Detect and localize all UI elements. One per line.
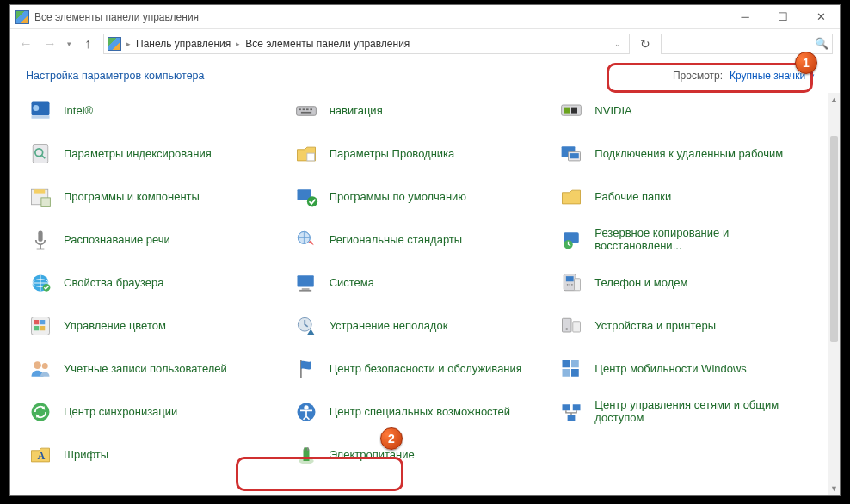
control-panel-icon [15, 10, 29, 24]
svg-point-53 [42, 363, 48, 369]
refresh-button[interactable]: ↻ [633, 32, 657, 56]
maximize-button[interactable]: ☐ [764, 5, 802, 29]
control-panel-item[interactable]: NVIDIA [551, 93, 817, 132]
control-panel-item[interactable]: Рабочие папки [551, 175, 817, 218]
item-label: Параметры индексирования [64, 148, 212, 161]
nav-history-button[interactable]: ▾ [62, 32, 76, 56]
chevron-right-icon[interactable]: ▸ [125, 40, 132, 48]
remote-icon [557, 139, 586, 169]
control-panel-item[interactable]: Центр мобильности Windows [551, 347, 817, 390]
control-panel-item[interactable]: A Шрифты [21, 433, 286, 476]
svg-rect-21 [41, 198, 51, 207]
control-panel-item[interactable]: Система [286, 261, 552, 304]
control-panel-item[interactable]: Центр управления сетями и общим доступом [551, 390, 817, 433]
browser-icon [26, 268, 55, 298]
control-panel-item[interactable]: Центр специальных возможностей [286, 390, 552, 433]
control-panel-item[interactable]: Телефон и модем [551, 261, 817, 304]
control-panel-item[interactable]: Управление цветом [21, 304, 286, 347]
svg-rect-64 [568, 415, 576, 421]
control-panel-item[interactable]: Подключения к удаленным рабочим [551, 132, 817, 175]
nvidia-icon [557, 96, 586, 126]
index-icon [26, 139, 55, 169]
control-panel-item[interactable]: Центр синхронизации [21, 390, 286, 433]
defaults-icon [292, 182, 321, 212]
svg-rect-62 [563, 404, 570, 410]
control-panel-item[interactable]: Intel® [21, 93, 286, 132]
item-label: Рабочие папки [594, 191, 671, 204]
breadcrumb-history-button[interactable]: ⌄ [608, 40, 627, 48]
region-icon [292, 225, 321, 255]
devices-icon [557, 311, 586, 341]
svg-rect-56 [571, 360, 579, 368]
view-mode-dropdown[interactable]: Крупные значки ▼ [730, 70, 816, 82]
item-label: Учетные записи пользователей [64, 363, 227, 376]
item-label: Устройства и принтеры [594, 320, 716, 333]
chevron-right-icon[interactable]: ▸ [234, 40, 242, 48]
breadcrumb-root[interactable]: Панель управления [132, 38, 234, 50]
item-label: Программы и компоненты [64, 191, 200, 204]
item-label: навигация [330, 105, 383, 118]
scroll-down-button[interactable]: ▼ [828, 482, 840, 495]
item-label: Устранение неполадок [330, 320, 448, 333]
control-panel-item[interactable]: Свойства браузера [21, 261, 286, 304]
item-label: Подключения к удаленным рабочим [594, 148, 783, 161]
vertical-scrollbar[interactable]: ▲ ▼ [828, 93, 840, 495]
item-label: Шрифты [64, 449, 108, 462]
control-panel-item[interactable]: Программы и компоненты [21, 175, 286, 218]
folder-opt-icon [292, 139, 321, 169]
control-panel-item[interactable]: Резервное копирование и восстановлени... [551, 218, 817, 261]
access-icon [292, 397, 321, 427]
keyboard-icon [292, 96, 321, 126]
work-folders-icon [557, 182, 586, 212]
item-label: Резервное копирование и восстановлени... [594, 227, 812, 253]
item-label: NVIDIA [594, 105, 631, 118]
minimize-button[interactable]: ─ [726, 5, 764, 29]
svg-rect-45 [40, 320, 45, 324]
svg-point-61 [304, 405, 308, 409]
search-icon[interactable]: 🔍 [815, 37, 828, 50]
svg-rect-55 [563, 360, 570, 368]
item-label: Центр специальных возможностей [330, 406, 510, 419]
control-panel-item[interactable]: Параметры индексирования [21, 132, 286, 175]
nav-forward-button[interactable]: → [38, 32, 62, 56]
scroll-up-button[interactable]: ▲ [828, 93, 840, 107]
breadcrumb[interactable]: ▸ Панель управления ▸ Все элементы панел… [103, 34, 630, 54]
svg-rect-63 [573, 404, 581, 410]
control-panel-item[interactable]: Распознавание речи [21, 218, 286, 261]
close-button[interactable]: ✕ [802, 5, 840, 29]
svg-rect-7 [310, 108, 312, 110]
search-input[interactable] [665, 38, 815, 50]
item-label: Центр управления сетями и общим доступом [594, 399, 812, 425]
svg-point-52 [34, 361, 41, 369]
svg-rect-57 [563, 369, 570, 377]
control-panel-item[interactable]: Параметры Проводника [286, 132, 552, 175]
titlebar: Все элементы панели управления ─ ☐ ✕ [10, 5, 840, 29]
control-panel-item[interactable]: Электропитание [286, 433, 552, 476]
control-panel-item[interactable]: Центр безопасности и обслуживания [286, 347, 552, 390]
phone-icon [557, 268, 586, 298]
items-grid: Intel® навигация NVIDIA Параметры индекс… [10, 93, 828, 487]
svg-text:A: A [38, 450, 46, 462]
control-panel-icon [108, 37, 121, 51]
item-label: Intel® [64, 105, 93, 118]
users-icon [26, 354, 55, 384]
control-panel-item[interactable]: Учетные записи пользователей [21, 347, 286, 390]
svg-point-39 [567, 284, 569, 286]
search-box[interactable]: 🔍 [661, 34, 833, 54]
nav-up-button[interactable]: ↑ [76, 32, 100, 56]
control-panel-item[interactable]: Устройства и принтеры [551, 304, 817, 347]
control-panel-item[interactable]: Устранение неполадок [286, 304, 552, 347]
control-panel-item[interactable]: навигация [286, 93, 552, 132]
item-label: Центр безопасности и обслуживания [330, 363, 522, 376]
breadcrumb-current[interactable]: Все элементы панели управления [242, 38, 413, 50]
scroll-thumb[interactable] [830, 136, 838, 342]
svg-rect-35 [301, 288, 309, 290]
control-panel-item[interactable]: Программы по умолчанию [286, 175, 552, 218]
view-selector[interactable]: Просмотр: Крупные значки ▼ [664, 67, 824, 84]
nav-back-button[interactable]: ← [14, 32, 38, 56]
svg-point-41 [571, 284, 573, 286]
control-panel-item[interactable]: Региональные стандарты [286, 218, 552, 261]
item-label: Свойства браузера [64, 277, 163, 290]
svg-rect-58 [571, 369, 579, 377]
svg-point-51 [566, 328, 569, 330]
